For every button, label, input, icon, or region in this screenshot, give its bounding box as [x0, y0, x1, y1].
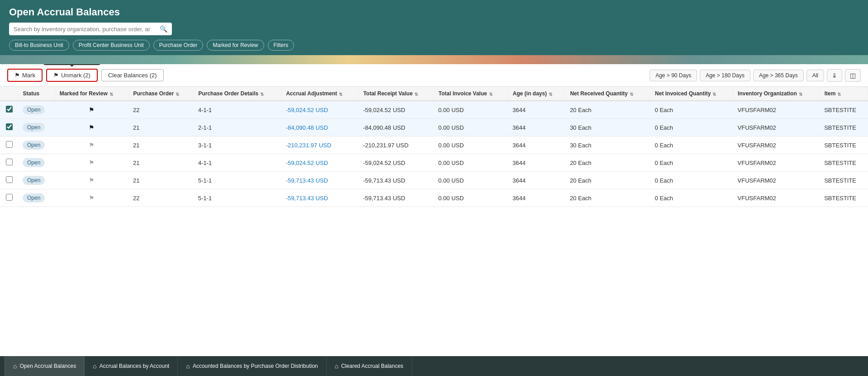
row-age: 3644 — [508, 119, 565, 136]
filter-filters[interactable]: Filters — [268, 40, 294, 51]
mark-button[interactable]: ⚑ Mark — [7, 69, 43, 82]
bottom-nav-label: Accounted Balances by Purchase Order Dis… — [193, 363, 318, 369]
col-total-invoice: Total Invoice Value ⇅ — [434, 87, 508, 101]
accrual-adj-link[interactable]: -59,713.43 USD — [286, 177, 328, 184]
row-checkbox-cell — [0, 119, 18, 136]
columns-button[interactable]: ◫ — [845, 69, 861, 82]
accrual-adj-link[interactable]: -59,024.52 USD — [286, 107, 328, 113]
flag-outline-icon: ⚑ — [89, 141, 95, 149]
table-header: Status Marked for Review ⇅ Purchase Orde… — [0, 87, 868, 101]
filter-purchase-order[interactable]: Purchase Order — [153, 40, 204, 51]
row-marked: ⚑ — [55, 154, 128, 172]
download-button[interactable]: ⇓ — [827, 69, 842, 82]
col-po: Purchase Order ⇅ — [128, 87, 194, 101]
sort-accrual-adj-icon[interactable]: ⇅ — [339, 92, 342, 97]
row-status: Open — [18, 119, 55, 136]
status-badge: Open — [23, 141, 45, 150]
row-checkbox[interactable] — [6, 106, 13, 113]
row-checkbox-cell — [0, 154, 18, 172]
row-checkbox[interactable] — [6, 176, 13, 183]
sort-invoice-icon[interactable]: ⇅ — [489, 92, 493, 97]
row-purchase-order: 22 — [128, 101, 194, 119]
row-marked: ⚑ — [55, 101, 128, 119]
filter-bill-to-bu[interactable]: Bill-to Business Unit — [9, 40, 69, 51]
row-accrual-adj: -84,090.48 USD — [281, 119, 359, 136]
row-inventory-org: VFUSFARM02 — [733, 154, 820, 172]
table-row: Open⚑224-1-1-59,024.52 USD-59,024.52 USD… — [0, 101, 868, 119]
row-status: Open — [18, 172, 55, 189]
row-accrual-adj: -210,231.97 USD — [281, 136, 359, 154]
row-total-receipt: -59,024.52 USD — [359, 101, 434, 119]
row-net-received: 20 Each — [565, 154, 650, 172]
col-item: Item ⇅ — [820, 87, 868, 101]
sort-po-details-icon[interactable]: ⇅ — [260, 92, 264, 97]
bottom-nav-item-3[interactable]: ⌂Cleared Accrual Balances — [327, 356, 412, 376]
sort-net-received-icon[interactable]: ⇅ — [630, 92, 633, 97]
row-checkbox[interactable] — [6, 194, 13, 201]
bottom-nav-item-1[interactable]: ⌂Accrual Balances by Account — [85, 356, 178, 376]
sort-inv-org-icon[interactable]: ⇅ — [799, 92, 802, 97]
row-checkbox[interactable] — [6, 123, 13, 130]
row-net-received: 20 Each — [565, 172, 650, 189]
toolbar-right: Age > 90 Days Age > 180 Days Age > 365 D… — [650, 69, 861, 82]
search-input[interactable] — [14, 26, 158, 33]
accrual-adj-link[interactable]: -59,024.52 USD — [286, 160, 328, 166]
row-total-invoice: 0.00 USD — [434, 154, 508, 172]
row-item: SBTESTITE — [820, 101, 868, 119]
row-checkbox[interactable] — [6, 141, 13, 148]
search-container: 🔍 — [9, 23, 172, 35]
status-badge: Open — [23, 123, 45, 132]
sort-po-icon[interactable]: ⇅ — [175, 92, 179, 97]
filter-marked-for-review[interactable]: Marked for Review — [207, 40, 264, 51]
top-bar: Open Accrual Balances 🔍 Bill-to Business… — [0, 0, 868, 55]
sort-net-invoiced-icon[interactable]: ⇅ — [712, 92, 716, 97]
row-marked: ⚑ — [55, 119, 128, 136]
row-status: Open — [18, 101, 55, 119]
sort-item-icon[interactable]: ⇅ — [837, 92, 841, 97]
filter-profit-center-bu[interactable]: Profit Center Business Unit — [73, 40, 150, 51]
row-marked: ⚑ — [55, 189, 128, 207]
bottom-nav-label: Accrual Balances by Account — [100, 363, 170, 369]
clear-balances-button[interactable]: Clear Balances (2) — [101, 69, 164, 81]
row-item: SBTESTITE — [820, 189, 868, 207]
age-90-button[interactable]: Age > 90 Days — [650, 70, 697, 81]
col-status: Status — [18, 87, 55, 101]
house-icon: ⌂ — [186, 362, 190, 370]
row-net-invoiced: 0 Each — [650, 136, 733, 154]
accrual-adj-link[interactable]: -59,713.43 USD — [286, 195, 328, 202]
row-accrual-adj: -59,024.52 USD — [281, 154, 359, 172]
unmark-wrapper: Unmark (2) for Review ⚑ Unmark (2) — [46, 69, 98, 82]
row-net-invoiced: 0 Each — [650, 154, 733, 172]
row-item: SBTESTITE — [820, 154, 868, 172]
sort-marked-icon[interactable]: ⇅ — [109, 92, 113, 97]
age-all-button[interactable]: All — [806, 70, 824, 81]
row-inventory-org: VFUSFARM02 — [733, 172, 820, 189]
accrual-adj-link[interactable]: -210,231.97 USD — [286, 142, 331, 149]
col-net-received: Net Received Quantity ⇅ — [565, 87, 650, 101]
unmark-button[interactable]: ⚑ Unmark (2) — [46, 69, 98, 82]
row-item: SBTESTITE — [820, 172, 868, 189]
row-age: 3644 — [508, 136, 565, 154]
data-table: Status Marked for Review ⇅ Purchase Orde… — [0, 87, 868, 207]
sort-receipt-icon[interactable]: ⇅ — [414, 92, 418, 97]
row-accrual-adj: -59,713.43 USD — [281, 172, 359, 189]
row-total-receipt: -59,713.43 USD — [359, 189, 434, 207]
row-total-invoice: 0.00 USD — [434, 119, 508, 136]
search-icon: 🔍 — [160, 25, 167, 33]
row-item: SBTESTITE — [820, 136, 868, 154]
age-180-button[interactable]: Age > 180 Days — [700, 70, 750, 81]
age-365-button[interactable]: Age > 365 Days — [753, 70, 804, 81]
row-checkbox[interactable] — [6, 159, 13, 165]
row-marked: ⚑ — [55, 172, 128, 189]
accrual-adj-link[interactable]: -84,090.48 USD — [286, 124, 328, 131]
unmark-tooltip: Unmark (2) for Review — [43, 64, 100, 65]
row-checkbox-cell — [0, 172, 18, 189]
bottom-nav-item-0[interactable]: ⌂Open Accrual Balances — [5, 356, 85, 376]
row-inventory-org: VFUSFARM02 — [733, 136, 820, 154]
sort-age-icon[interactable]: ⇅ — [549, 92, 552, 97]
row-age: 3644 — [508, 101, 565, 119]
status-badge: Open — [23, 105, 45, 114]
flag-outline-icon: ⚑ — [89, 159, 95, 166]
row-accrual-adj: -59,713.43 USD — [281, 189, 359, 207]
bottom-nav-item-2[interactable]: ⌂Accounted Balances by Purchase Order Di… — [178, 356, 326, 376]
